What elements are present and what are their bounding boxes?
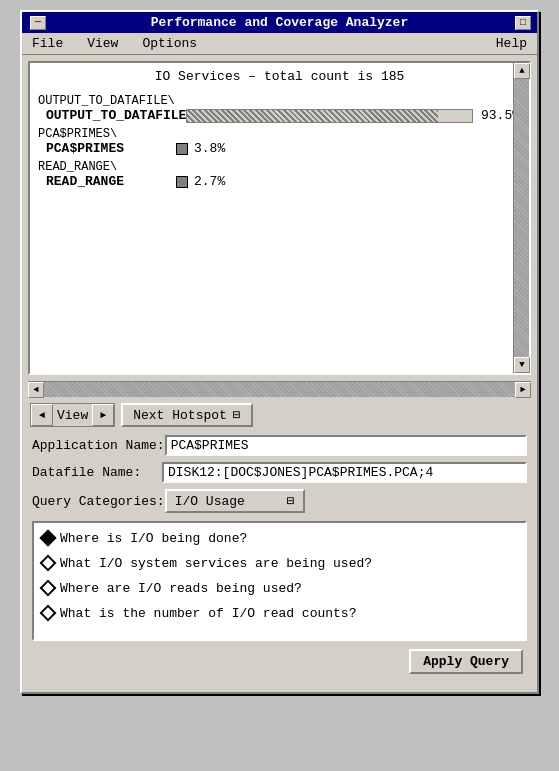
query-category-value: I/O Usage <box>175 494 245 509</box>
view-right-button[interactable]: ► <box>92 404 114 426</box>
io-title: IO Services – total count is 185 <box>38 69 521 84</box>
io-panel-inner: IO Services – total count is 185 OUTPUT_… <box>30 63 529 373</box>
query-diamond-3 <box>40 605 57 622</box>
main-window: ─ Performance and Coverage Analyzer □ Fi… <box>20 10 539 694</box>
query-item-1[interactable]: What I/O system services are being used? <box>42 556 517 571</box>
io-row-1: OUTPUT_TO_DATAFILE\ OUTPUT_TO_DATAFILE 9… <box>38 94 521 123</box>
scroll-track[interactable] <box>514 79 529 357</box>
io-small-bar-3 <box>176 176 188 188</box>
next-hotspot-label: Next Hotspot <box>133 408 227 423</box>
window-title: Performance and Coverage Analyzer <box>46 15 513 30</box>
scroll-down-arrow[interactable]: ▼ <box>514 357 530 373</box>
query-category-label: Query Categories: <box>32 494 165 509</box>
form-section: Application Name: Datafile Name: Query C… <box>28 435 531 513</box>
io-parent-1: OUTPUT_TO_DATAFILE\ <box>38 94 521 108</box>
menubar: File View Options Help <box>22 33 537 55</box>
menu-view[interactable]: View <box>83 35 122 52</box>
io-row-2: PCA$PRIMES\ PCA$PRIMES 3.8% <box>38 127 521 156</box>
io-small-bar-2 <box>176 143 188 155</box>
io-parent-2: PCA$PRIMES\ <box>38 127 521 141</box>
app-name-label: Application Name: <box>32 438 165 453</box>
datafile-label: Datafile Name: <box>32 465 162 480</box>
menu-options[interactable]: Options <box>138 35 201 52</box>
io-bar-1 <box>186 109 473 123</box>
view-label: View <box>53 408 92 423</box>
io-child-label-1: OUTPUT_TO_DATAFILE <box>46 108 186 123</box>
title-bar: ─ Performance and Coverage Analyzer □ <box>22 12 537 33</box>
query-item-0[interactable]: Where is I/O being done? <box>42 531 517 546</box>
query-diamond-2 <box>40 580 57 597</box>
query-diamond-0 <box>40 530 57 547</box>
view-group: ◄ View ► <box>30 403 115 427</box>
view-left-button[interactable]: ◄ <box>31 404 53 426</box>
dropdown-icon: ⊟ <box>287 493 295 509</box>
bottom-scrollbar: ◄ ► <box>28 381 531 397</box>
query-item-3[interactable]: What is the number of I/O read counts? <box>42 606 517 621</box>
io-child-row-1: OUTPUT_TO_DATAFILE 93.5% <box>38 108 521 123</box>
toolbar-row: ◄ View ► Next Hotspot ⊟ <box>28 403 531 427</box>
io-panel: IO Services – total count is 185 OUTPUT_… <box>28 61 531 375</box>
io-child-label-3: READ_RANGE <box>46 174 176 189</box>
menu-help[interactable]: Help <box>492 35 531 52</box>
apply-query-button[interactable]: Apply Query <box>409 649 523 674</box>
query-text-3: What is the number of I/O read counts? <box>60 606 356 621</box>
datafile-row: Datafile Name: <box>32 462 527 483</box>
query-category-row: Query Categories: I/O Usage ⊟ <box>32 489 527 513</box>
query-item-2[interactable]: Where are I/O reads being used? <box>42 581 517 596</box>
io-bar-fill-1 <box>187 110 437 122</box>
io-panel-scrollbar: ▲ ▼ <box>513 63 529 373</box>
app-name-row: Application Name: <box>32 435 527 456</box>
io-child-label-2: PCA$PRIMES <box>46 141 176 156</box>
io-child-row-3: READ_RANGE 2.7% <box>38 174 521 189</box>
h-scroll-left-arrow[interactable]: ◄ <box>28 382 44 398</box>
app-name-input[interactable] <box>165 435 527 456</box>
query-panel: Where is I/O being done? What I/O system… <box>32 521 527 641</box>
io-pct-2: 3.8% <box>194 141 234 156</box>
io-pct-3: 2.7% <box>194 174 234 189</box>
h-scroll-track[interactable] <box>44 382 515 397</box>
maximize-button[interactable]: □ <box>515 16 531 30</box>
query-category-dropdown[interactable]: I/O Usage ⊟ <box>165 489 305 513</box>
menu-file[interactable]: File <box>28 35 67 52</box>
next-hotspot-button[interactable]: Next Hotspot ⊟ <box>121 403 252 427</box>
minimize-button[interactable]: ─ <box>30 16 46 30</box>
scroll-up-arrow[interactable]: ▲ <box>514 63 530 79</box>
query-text-1: What I/O system services are being used? <box>60 556 372 571</box>
query-text-2: Where are I/O reads being used? <box>60 581 302 596</box>
query-text-0: Where is I/O being done? <box>60 531 247 546</box>
h-scroll-right-arrow[interactable]: ► <box>515 382 531 398</box>
query-diamond-1 <box>40 555 57 572</box>
io-child-row-2: PCA$PRIMES 3.8% <box>38 141 521 156</box>
next-hotspot-icon: ⊟ <box>233 407 241 423</box>
datafile-input[interactable] <box>162 462 527 483</box>
io-row-3: READ_RANGE\ READ_RANGE 2.7% <box>38 160 521 189</box>
main-content: IO Services – total count is 185 OUTPUT_… <box>22 55 537 692</box>
io-parent-3: READ_RANGE\ <box>38 160 521 174</box>
